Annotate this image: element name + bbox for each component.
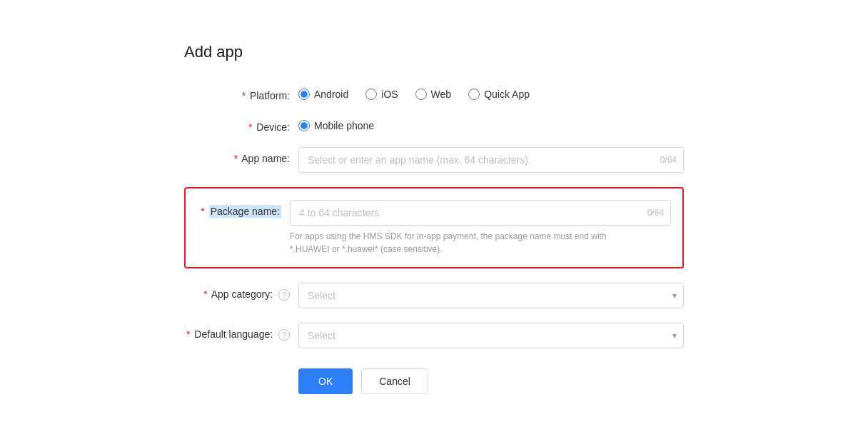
package-name-hint: For apps using the HMS SDK for in-app pa… xyxy=(290,230,671,256)
app-name-row: * App name: 0/64 xyxy=(184,147,684,173)
default-language-select-wrapper: Select ▾ xyxy=(298,323,684,348)
app-category-content: Select ▾ xyxy=(298,283,684,308)
app-category-help-icon[interactable]: ? xyxy=(278,289,290,301)
app-name-label: * App name: xyxy=(184,147,298,164)
app-category-select-wrapper: Select ▾ xyxy=(298,283,684,308)
platform-options: Android iOS Web Quick App xyxy=(298,84,684,100)
platform-android[interactable]: Android xyxy=(298,89,348,100)
quick-app-label[interactable]: Quick App xyxy=(484,89,530,100)
app-category-label: * App category: ? xyxy=(184,283,298,301)
platform-quick-app[interactable]: Quick App xyxy=(468,89,530,100)
app-name-input-wrapper: 0/64 xyxy=(298,147,684,173)
device-mobile-phone[interactable]: Mobile phone xyxy=(298,120,374,131)
required-marker: * xyxy=(186,328,190,340)
required-marker: * xyxy=(242,90,246,101)
ok-button[interactable]: OK xyxy=(298,368,353,394)
default-language-row: * Default language: ? Select ▾ xyxy=(184,323,684,348)
web-label[interactable]: Web xyxy=(431,89,452,100)
package-name-label-text: Package name: xyxy=(209,205,281,218)
default-language-label: * Default language: ? xyxy=(184,323,298,341)
device-label: * Device: xyxy=(184,116,298,133)
required-marker: * xyxy=(248,121,252,133)
platform-ios[interactable]: iOS xyxy=(365,89,398,100)
app-category-row: * App category: ? Select ▾ xyxy=(184,283,684,308)
required-marker: * xyxy=(201,206,204,217)
app-category-select[interactable]: Select xyxy=(298,283,684,308)
device-row: * Device: Mobile phone xyxy=(184,116,684,133)
app-name-char-count: 0/64 xyxy=(660,155,677,165)
page-title: Add app xyxy=(184,43,684,61)
device-options: Mobile phone xyxy=(298,116,684,131)
default-language-content: Select ▾ xyxy=(298,323,684,348)
default-language-select[interactable]: Select xyxy=(298,323,684,348)
package-name-input[interactable] xyxy=(290,200,671,226)
button-row: OK Cancel xyxy=(298,368,684,394)
required-marker: * xyxy=(234,153,238,164)
default-language-help-icon[interactable]: ? xyxy=(278,329,290,341)
package-name-section: * Package name: 0/64 For apps using the … xyxy=(184,187,684,268)
package-name-content: 0/64 For apps using the HMS SDK for in-a… xyxy=(290,200,671,256)
platform-label: * Platform: xyxy=(184,84,298,101)
package-name-char-count: 0/64 xyxy=(647,208,664,218)
cancel-button[interactable]: Cancel xyxy=(361,368,428,394)
platform-radio-group: Android iOS Web Quick App xyxy=(298,84,684,100)
package-name-label: * Package name: xyxy=(197,200,290,217)
device-radio-group: Mobile phone xyxy=(298,116,684,131)
app-name-input[interactable] xyxy=(298,147,684,173)
mobile-label[interactable]: Mobile phone xyxy=(314,120,374,131)
required-marker: * xyxy=(203,288,207,300)
android-label[interactable]: Android xyxy=(314,89,348,100)
platform-row: * Platform: Android iOS Web Qu xyxy=(184,84,684,101)
app-name-content: 0/64 xyxy=(298,147,684,173)
package-name-input-wrapper: 0/64 xyxy=(290,200,671,226)
ios-label[interactable]: iOS xyxy=(381,89,398,100)
platform-web[interactable]: Web xyxy=(415,89,452,100)
add-app-form: Add app * Platform: Android iOS Web xyxy=(184,43,684,394)
